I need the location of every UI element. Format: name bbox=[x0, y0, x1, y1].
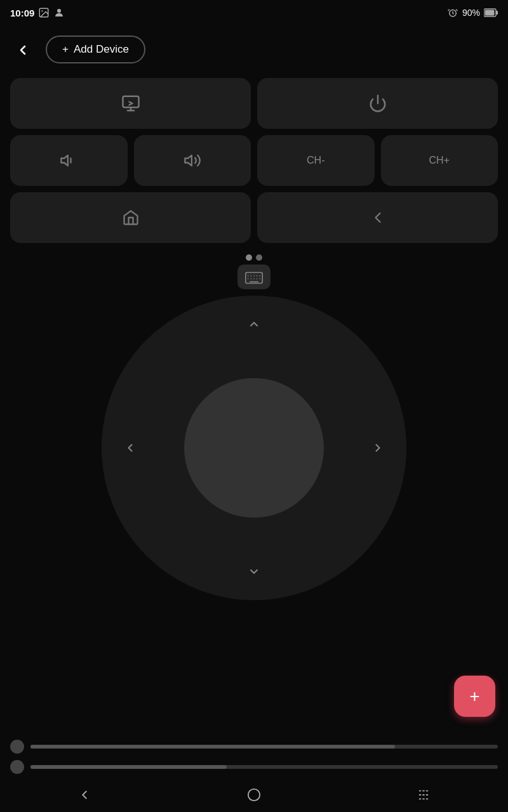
row-2: CH- CH+ bbox=[10, 135, 498, 186]
remote-controls: CH- CH+ bbox=[0, 73, 508, 248]
keyboard-button[interactable] bbox=[237, 265, 271, 289]
add-device-plus-icon: + bbox=[62, 43, 69, 56]
bottom-nav bbox=[0, 777, 508, 812]
volume-down-icon bbox=[60, 152, 77, 169]
dpad-center-button[interactable] bbox=[184, 378, 324, 518]
slider-row-2 bbox=[10, 760, 498, 774]
dpad-container bbox=[0, 296, 508, 600]
power-icon bbox=[368, 94, 387, 113]
dot-2 bbox=[256, 254, 262, 261]
channel-minus-button[interactable]: CH- bbox=[257, 135, 375, 186]
dpad-left-button[interactable] bbox=[114, 432, 146, 464]
sliders-area bbox=[10, 740, 498, 774]
channel-plus-button[interactable]: CH+ bbox=[381, 135, 498, 186]
svg-rect-6 bbox=[485, 10, 495, 16]
add-device-label: Add Device bbox=[74, 43, 129, 56]
svg-point-2 bbox=[57, 9, 61, 13]
add-device-button[interactable]: + Add Device bbox=[46, 36, 145, 63]
dpad-down-button[interactable] bbox=[238, 556, 270, 587]
volume-up-button[interactable] bbox=[134, 135, 251, 186]
fab-add-button[interactable]: + bbox=[454, 676, 495, 717]
alarm-icon bbox=[447, 7, 458, 18]
input-source-button[interactable] bbox=[10, 78, 251, 129]
home-icon bbox=[122, 209, 140, 226]
svg-rect-5 bbox=[496, 11, 498, 15]
fab-plus-icon: + bbox=[469, 686, 479, 707]
row-3 bbox=[10, 192, 498, 243]
svg-marker-12 bbox=[185, 155, 192, 166]
image-icon bbox=[38, 7, 50, 18]
back-button[interactable] bbox=[10, 36, 36, 62]
volume-up-icon bbox=[184, 152, 201, 169]
svg-point-25 bbox=[248, 789, 260, 801]
slider-1-track[interactable] bbox=[30, 745, 498, 749]
slider-1-fill bbox=[30, 745, 395, 749]
dpad-up-button[interactable] bbox=[238, 308, 270, 340]
ch-plus-label: CH+ bbox=[429, 155, 450, 166]
slider-row-1 bbox=[10, 740, 498, 754]
nav-recents-button[interactable] bbox=[401, 782, 446, 808]
dpad-right-button[interactable] bbox=[362, 432, 394, 464]
row-1 bbox=[10, 78, 498, 129]
battery-display: 90% bbox=[462, 8, 480, 18]
status-bar: 10:09 90% bbox=[0, 0, 508, 25]
person-icon bbox=[53, 7, 65, 18]
keyboard-area bbox=[0, 254, 508, 289]
ch-minus-label: CH- bbox=[307, 155, 324, 166]
slider-1-dot bbox=[10, 740, 24, 754]
battery-icon bbox=[484, 8, 498, 17]
input-source-icon bbox=[121, 94, 140, 113]
home-button[interactable] bbox=[10, 192, 251, 243]
dpad-outer bbox=[102, 296, 406, 600]
nav-back-button[interactable] bbox=[62, 782, 107, 808]
nav-home-button[interactable] bbox=[232, 782, 276, 808]
status-indicators: 90% bbox=[447, 7, 498, 18]
status-time: 10:09 bbox=[10, 7, 65, 18]
power-button[interactable] bbox=[257, 78, 498, 129]
top-bar: + Add Device bbox=[0, 25, 508, 73]
keyboard-icon bbox=[245, 272, 263, 284]
slider-2-track[interactable] bbox=[30, 765, 498, 769]
svg-marker-10 bbox=[62, 155, 69, 166]
time-display: 10:09 bbox=[10, 8, 34, 18]
slider-2-fill bbox=[30, 765, 227, 769]
back-arrow-button[interactable] bbox=[257, 192, 498, 243]
svg-point-1 bbox=[42, 10, 43, 11]
dots-row bbox=[246, 254, 262, 261]
dot-1 bbox=[246, 254, 252, 261]
volume-down-button[interactable] bbox=[10, 135, 128, 186]
back-arrow-icon bbox=[369, 209, 387, 226]
slider-2-dot bbox=[10, 760, 24, 774]
